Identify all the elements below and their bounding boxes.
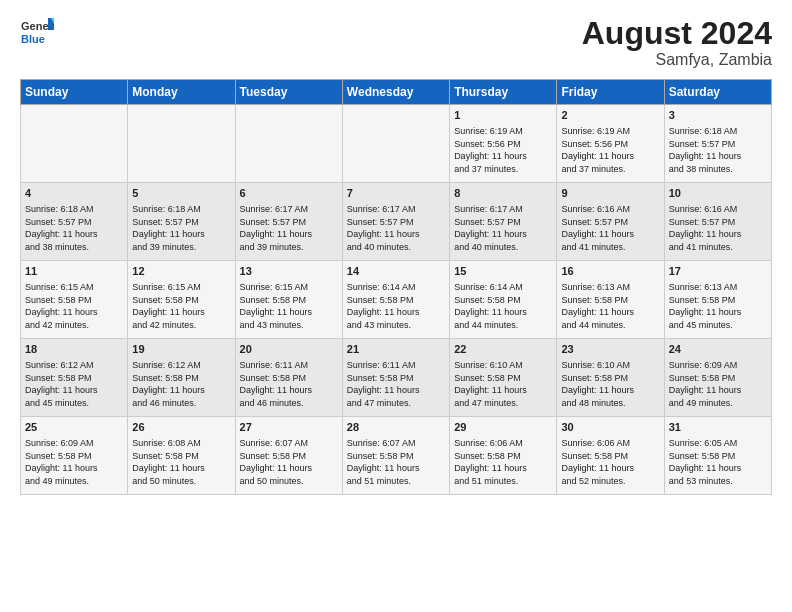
day-number: 8 — [454, 186, 552, 201]
header-tuesday: Tuesday — [235, 80, 342, 105]
calendar-cell: 12Sunrise: 6:15 AM Sunset: 5:58 PM Dayli… — [128, 261, 235, 339]
calendar-week-row: 18Sunrise: 6:12 AM Sunset: 5:58 PM Dayli… — [21, 339, 772, 417]
day-number: 30 — [561, 420, 659, 435]
calendar-cell: 18Sunrise: 6:12 AM Sunset: 5:58 PM Dayli… — [21, 339, 128, 417]
header-saturday: Saturday — [664, 80, 771, 105]
day-content: Sunrise: 6:08 AM Sunset: 5:58 PM Dayligh… — [132, 437, 230, 487]
day-content: Sunrise: 6:06 AM Sunset: 5:58 PM Dayligh… — [454, 437, 552, 487]
day-content: Sunrise: 6:07 AM Sunset: 5:58 PM Dayligh… — [240, 437, 338, 487]
day-number: 4 — [25, 186, 123, 201]
calendar-cell: 8Sunrise: 6:17 AM Sunset: 5:57 PM Daylig… — [450, 183, 557, 261]
day-number: 26 — [132, 420, 230, 435]
calendar-cell: 3Sunrise: 6:18 AM Sunset: 5:57 PM Daylig… — [664, 105, 771, 183]
day-content: Sunrise: 6:09 AM Sunset: 5:58 PM Dayligh… — [669, 359, 767, 409]
header-wednesday: Wednesday — [342, 80, 449, 105]
day-content: Sunrise: 6:19 AM Sunset: 5:56 PM Dayligh… — [561, 125, 659, 175]
calendar-cell: 2Sunrise: 6:19 AM Sunset: 5:56 PM Daylig… — [557, 105, 664, 183]
day-content: Sunrise: 6:13 AM Sunset: 5:58 PM Dayligh… — [669, 281, 767, 331]
day-content: Sunrise: 6:17 AM Sunset: 5:57 PM Dayligh… — [454, 203, 552, 253]
day-content: Sunrise: 6:15 AM Sunset: 5:58 PM Dayligh… — [25, 281, 123, 331]
calendar-cell: 22Sunrise: 6:10 AM Sunset: 5:58 PM Dayli… — [450, 339, 557, 417]
day-number: 3 — [669, 108, 767, 123]
day-content: Sunrise: 6:15 AM Sunset: 5:58 PM Dayligh… — [132, 281, 230, 331]
calendar-cell: 24Sunrise: 6:09 AM Sunset: 5:58 PM Dayli… — [664, 339, 771, 417]
calendar-cell — [128, 105, 235, 183]
calendar-cell: 28Sunrise: 6:07 AM Sunset: 5:58 PM Dayli… — [342, 417, 449, 495]
calendar-cell: 4Sunrise: 6:18 AM Sunset: 5:57 PM Daylig… — [21, 183, 128, 261]
day-number: 9 — [561, 186, 659, 201]
day-number: 14 — [347, 264, 445, 279]
calendar-cell: 25Sunrise: 6:09 AM Sunset: 5:58 PM Dayli… — [21, 417, 128, 495]
calendar-cell: 31Sunrise: 6:05 AM Sunset: 5:58 PM Dayli… — [664, 417, 771, 495]
day-number: 6 — [240, 186, 338, 201]
logo-svg: General Blue — [20, 16, 54, 50]
calendar-cell: 1Sunrise: 6:19 AM Sunset: 5:56 PM Daylig… — [450, 105, 557, 183]
calendar-cell: 30Sunrise: 6:06 AM Sunset: 5:58 PM Dayli… — [557, 417, 664, 495]
svg-text:Blue: Blue — [21, 33, 45, 45]
day-number: 10 — [669, 186, 767, 201]
day-content: Sunrise: 6:19 AM Sunset: 5:56 PM Dayligh… — [454, 125, 552, 175]
calendar-cell: 6Sunrise: 6:17 AM Sunset: 5:57 PM Daylig… — [235, 183, 342, 261]
day-number: 19 — [132, 342, 230, 357]
calendar-cell: 5Sunrise: 6:18 AM Sunset: 5:57 PM Daylig… — [128, 183, 235, 261]
day-content: Sunrise: 6:06 AM Sunset: 5:58 PM Dayligh… — [561, 437, 659, 487]
day-number: 29 — [454, 420, 552, 435]
day-number: 20 — [240, 342, 338, 357]
day-content: Sunrise: 6:10 AM Sunset: 5:58 PM Dayligh… — [561, 359, 659, 409]
day-content: Sunrise: 6:14 AM Sunset: 5:58 PM Dayligh… — [454, 281, 552, 331]
calendar-cell: 23Sunrise: 6:10 AM Sunset: 5:58 PM Dayli… — [557, 339, 664, 417]
calendar-cell: 15Sunrise: 6:14 AM Sunset: 5:58 PM Dayli… — [450, 261, 557, 339]
header-monday: Monday — [128, 80, 235, 105]
logo: General Blue — [20, 16, 54, 50]
day-number: 21 — [347, 342, 445, 357]
calendar-week-row: 4Sunrise: 6:18 AM Sunset: 5:57 PM Daylig… — [21, 183, 772, 261]
day-number: 13 — [240, 264, 338, 279]
calendar-subtitle: Samfya, Zambia — [582, 51, 772, 69]
calendar-cell: 11Sunrise: 6:15 AM Sunset: 5:58 PM Dayli… — [21, 261, 128, 339]
calendar-cell: 10Sunrise: 6:16 AM Sunset: 5:57 PM Dayli… — [664, 183, 771, 261]
day-number: 15 — [454, 264, 552, 279]
calendar-cell: 26Sunrise: 6:08 AM Sunset: 5:58 PM Dayli… — [128, 417, 235, 495]
day-number: 25 — [25, 420, 123, 435]
calendar-week-row: 1Sunrise: 6:19 AM Sunset: 5:56 PM Daylig… — [21, 105, 772, 183]
day-number: 1 — [454, 108, 552, 123]
calendar-cell: 19Sunrise: 6:12 AM Sunset: 5:58 PM Dayli… — [128, 339, 235, 417]
day-content: Sunrise: 6:10 AM Sunset: 5:58 PM Dayligh… — [454, 359, 552, 409]
day-number: 17 — [669, 264, 767, 279]
calendar-cell: 13Sunrise: 6:15 AM Sunset: 5:58 PM Dayli… — [235, 261, 342, 339]
calendar-table: Sunday Monday Tuesday Wednesday Thursday… — [20, 79, 772, 495]
calendar-body: 1Sunrise: 6:19 AM Sunset: 5:56 PM Daylig… — [21, 105, 772, 495]
calendar-week-row: 25Sunrise: 6:09 AM Sunset: 5:58 PM Dayli… — [21, 417, 772, 495]
day-number: 31 — [669, 420, 767, 435]
day-number: 22 — [454, 342, 552, 357]
day-content: Sunrise: 6:16 AM Sunset: 5:57 PM Dayligh… — [669, 203, 767, 253]
calendar-cell: 27Sunrise: 6:07 AM Sunset: 5:58 PM Dayli… — [235, 417, 342, 495]
calendar-cell: 29Sunrise: 6:06 AM Sunset: 5:58 PM Dayli… — [450, 417, 557, 495]
day-content: Sunrise: 6:17 AM Sunset: 5:57 PM Dayligh… — [240, 203, 338, 253]
day-content: Sunrise: 6:18 AM Sunset: 5:57 PM Dayligh… — [132, 203, 230, 253]
day-content: Sunrise: 6:09 AM Sunset: 5:58 PM Dayligh… — [25, 437, 123, 487]
calendar-title: August 2024 — [582, 16, 772, 51]
day-content: Sunrise: 6:17 AM Sunset: 5:57 PM Dayligh… — [347, 203, 445, 253]
header-thursday: Thursday — [450, 80, 557, 105]
calendar-cell: 21Sunrise: 6:11 AM Sunset: 5:58 PM Dayli… — [342, 339, 449, 417]
day-content: Sunrise: 6:14 AM Sunset: 5:58 PM Dayligh… — [347, 281, 445, 331]
day-content: Sunrise: 6:18 AM Sunset: 5:57 PM Dayligh… — [669, 125, 767, 175]
day-content: Sunrise: 6:11 AM Sunset: 5:58 PM Dayligh… — [347, 359, 445, 409]
calendar-header-row: Sunday Monday Tuesday Wednesday Thursday… — [21, 80, 772, 105]
day-number: 23 — [561, 342, 659, 357]
day-number: 24 — [669, 342, 767, 357]
day-number: 7 — [347, 186, 445, 201]
day-number: 28 — [347, 420, 445, 435]
day-content: Sunrise: 6:11 AM Sunset: 5:58 PM Dayligh… — [240, 359, 338, 409]
day-content: Sunrise: 6:16 AM Sunset: 5:57 PM Dayligh… — [561, 203, 659, 253]
calendar-cell — [342, 105, 449, 183]
calendar-cell: 9Sunrise: 6:16 AM Sunset: 5:57 PM Daylig… — [557, 183, 664, 261]
calendar-cell: 7Sunrise: 6:17 AM Sunset: 5:57 PM Daylig… — [342, 183, 449, 261]
day-content: Sunrise: 6:12 AM Sunset: 5:58 PM Dayligh… — [25, 359, 123, 409]
day-number: 5 — [132, 186, 230, 201]
calendar-cell: 14Sunrise: 6:14 AM Sunset: 5:58 PM Dayli… — [342, 261, 449, 339]
day-content: Sunrise: 6:05 AM Sunset: 5:58 PM Dayligh… — [669, 437, 767, 487]
day-content: Sunrise: 6:15 AM Sunset: 5:58 PM Dayligh… — [240, 281, 338, 331]
day-number: 2 — [561, 108, 659, 123]
